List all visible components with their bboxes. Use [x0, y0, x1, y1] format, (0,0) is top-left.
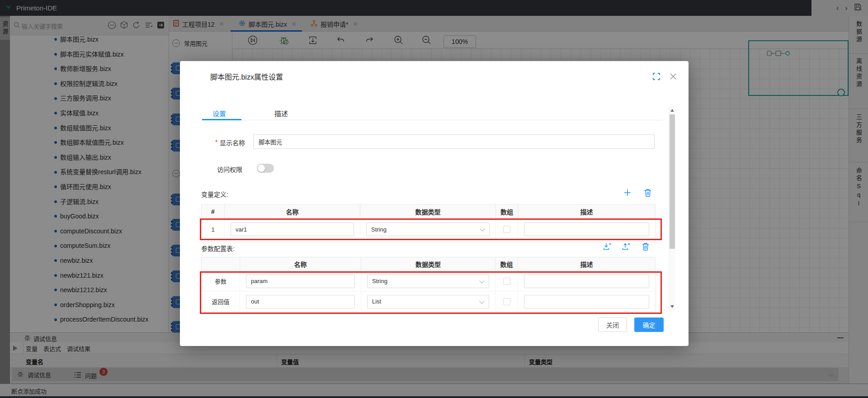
param-desc-input[interactable] — [524, 275, 649, 288]
dialog-tab-description[interactable]: 描述 — [274, 109, 288, 118]
return-desc-input[interactable] — [524, 295, 649, 308]
display-name-input[interactable] — [253, 134, 655, 149]
delete-variable-icon[interactable] — [644, 188, 653, 197]
variable-type-select[interactable]: String — [366, 223, 490, 236]
required-asterisk: * — [215, 138, 217, 146]
param-name-input[interactable] — [246, 275, 355, 288]
params-section-label: 参数配置表: — [201, 244, 235, 253]
display-name-label: 显示名称 — [220, 138, 245, 147]
add-variable-icon[interactable] — [623, 188, 632, 197]
import-params-icon[interactable] — [603, 242, 612, 251]
variable-name-input[interactable] — [231, 223, 354, 236]
export-params-icon[interactable] — [622, 242, 631, 251]
scrollbar-thumb[interactable] — [670, 114, 675, 249]
return-array-checkbox[interactable] — [503, 298, 510, 305]
ide-screen: Primeton-IDE ‹ › 资源 输入关键字搜索 脚本图 — [0, 0, 868, 398]
variables-table: # 名称 数据类型 数组 描述 1 String — [201, 204, 656, 240]
param-type-select[interactable]: String — [367, 275, 489, 288]
delete-params-icon[interactable] — [642, 242, 651, 251]
dialog-tab-settings[interactable]: 设置 — [212, 109, 226, 118]
table-row: 1 String — [202, 219, 655, 240]
variable-desc-input[interactable] — [524, 223, 649, 236]
scroll-down-icon[interactable] — [670, 305, 674, 308]
params-table: 名称 数据类型 数组 描述 参数 String 返回值 List — [201, 257, 656, 312]
access-permission-toggle[interactable] — [257, 164, 274, 173]
return-type-select[interactable]: List — [367, 295, 489, 308]
table-row: 参数 String — [202, 271, 655, 291]
variable-array-checkbox[interactable] — [503, 226, 510, 233]
active-dialog-tab-indicator — [202, 119, 241, 120]
return-name-input[interactable] — [246, 295, 355, 308]
scroll-up-icon[interactable] — [670, 109, 674, 112]
variables-section-label: 变量定义: — [201, 190, 228, 199]
access-permission-label: 访问权限 — [217, 165, 242, 174]
close-icon[interactable] — [670, 73, 677, 82]
fullscreen-icon[interactable] — [652, 72, 660, 82]
ok-button[interactable]: 确定 — [634, 317, 664, 332]
dialog-scrollbar[interactable] — [669, 106, 675, 311]
dialog-title: 脚本图元.bizx属性设置 — [210, 71, 283, 82]
table-row: 返回值 List — [202, 291, 655, 312]
param-array-checkbox[interactable] — [503, 278, 510, 285]
properties-dialog: 脚本图元.bizx属性设置 设置 描述 * 显示名称 访问权限 变量定义: # … — [180, 61, 689, 346]
close-button[interactable]: 关闭 — [598, 317, 627, 332]
